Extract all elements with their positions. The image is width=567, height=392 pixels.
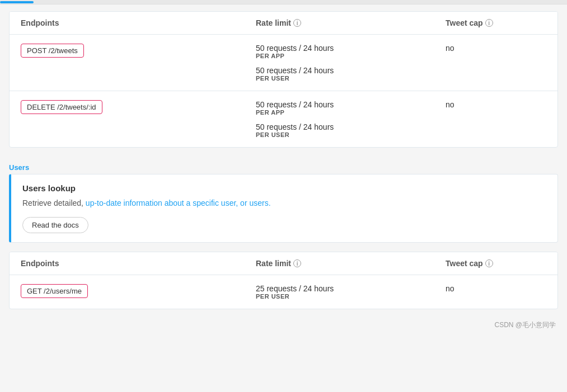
tweets-table-header: Endpoints Rate limit i Tweet cap i <box>10 12 557 35</box>
get-users-me-badge[interactable]: GET /2/users/me <box>21 284 88 298</box>
row1-endpoint-cell: POST /2/tweets <box>21 44 256 58</box>
row1-rate-entry-0: 50 requests / 24 hours PER APP <box>256 44 446 59</box>
table-row: POST /2/tweets 50 requests / 24 hours PE… <box>10 35 557 91</box>
ratelimit-info-icon[interactable]: i <box>293 19 301 27</box>
row1-rate-block: 50 requests / 24 hours PER APP 50 reques… <box>256 44 446 82</box>
tweets-col-endpoints-header: Endpoints <box>21 18 256 27</box>
users-desc-link[interactable]: up-to-date information about a specific … <box>86 199 271 207</box>
row2-ratelimit-cell: 50 requests / 24 hours PER APP 50 reques… <box>256 100 446 138</box>
users-row1-endpoint-cell: GET /2/users/me <box>21 284 256 298</box>
users-col-endpoints-header: Endpoints <box>21 259 256 268</box>
users-row1-ratelimit-cell: 25 requests / 24 hours PER USER <box>256 284 446 300</box>
users-col-tweetcap-header: Tweet cap i <box>446 259 546 268</box>
row1-rate-value-1: 50 requests / 24 hours <box>256 66 446 75</box>
table-row: GET /2/users/me 25 requests / 24 hours P… <box>10 275 557 309</box>
row2-endpoint-cell: DELETE /2/tweets/:id <box>21 100 256 114</box>
users-tweetcap-label: Tweet cap <box>446 259 483 268</box>
users-tweetcap-info-icon[interactable]: i <box>485 259 493 267</box>
row2-tweetcap-cell: no <box>446 100 546 109</box>
users-row1-rate-label-0: PER USER <box>256 293 446 300</box>
row1-tweetcap-cell: no <box>446 44 546 53</box>
row2-rate-label-1: PER USER <box>256 131 446 138</box>
users-endpoints-label: Endpoints <box>21 259 59 268</box>
tweets-ratelimit-label: Rate limit <box>256 18 291 27</box>
users-info-desc: Retrieve detailed, up-to-date informatio… <box>22 197 546 209</box>
users-table-header: Endpoints Rate limit i Tweet cap i <box>10 252 557 275</box>
users-desc-prefix: Retrieve detailed, <box>22 199 86 207</box>
users-ratelimit-info-icon[interactable]: i <box>293 259 301 267</box>
row1-rate-label-0: PER APP <box>256 53 446 59</box>
tweets-col-ratelimit-header: Rate limit i <box>256 18 446 27</box>
users-row1-rate-value-0: 25 requests / 24 hours <box>256 284 446 293</box>
row2-rate-block: 50 requests / 24 hours PER APP 50 reques… <box>256 100 446 138</box>
row2-rate-value-1: 50 requests / 24 hours <box>256 122 446 131</box>
tweets-col-tweetcap-header: Tweet cap i <box>446 18 546 27</box>
users-section-label: Users <box>0 157 567 174</box>
users-section-card: Endpoints Rate limit i Tweet cap i GET /… <box>9 252 558 309</box>
row2-rate-entry-0: 50 requests / 24 hours PER APP <box>256 100 446 116</box>
scroll-thumb <box>0 1 34 3</box>
users-info-title: Users lookup <box>22 183 546 193</box>
users-row1-tweetcap-value: no <box>446 284 454 293</box>
row1-tweetcap-value: no <box>446 44 454 53</box>
table-row: DELETE /2/tweets/:id 50 requests / 24 ho… <box>10 91 557 147</box>
scroll-top-bar <box>0 0 567 4</box>
users-row1-rate-entry-0: 25 requests / 24 hours PER USER <box>256 284 446 300</box>
tweets-section-card: Endpoints Rate limit i Tweet cap i POST … <box>9 11 558 148</box>
delete-tweets-badge[interactable]: DELETE /2/tweets/:id <box>21 100 102 114</box>
users-row1-rate-block: 25 requests / 24 hours PER USER <box>256 284 446 300</box>
watermark: CSDN @毛小意同学 <box>0 318 567 334</box>
row2-rate-label-0: PER APP <box>256 109 446 116</box>
row1-rate-entry-1: 50 requests / 24 hours PER USER <box>256 66 446 82</box>
post-tweets-badge[interactable]: POST /2/tweets <box>21 44 84 58</box>
users-row1-tweetcap-cell: no <box>446 284 546 293</box>
row2-tweetcap-value: no <box>446 100 454 109</box>
page-wrapper: Endpoints Rate limit i Tweet cap i POST … <box>0 0 567 334</box>
row1-ratelimit-cell: 50 requests / 24 hours PER APP 50 reques… <box>256 44 446 82</box>
users-info-card: Users lookup Retrieve detailed, up-to-da… <box>9 174 558 243</box>
row2-rate-value-0: 50 requests / 24 hours <box>256 100 446 109</box>
users-ratelimit-label: Rate limit <box>256 259 291 268</box>
row2-rate-entry-1: 50 requests / 24 hours PER USER <box>256 122 446 138</box>
tweetcap-info-icon[interactable]: i <box>485 19 493 27</box>
tweets-endpoints-label: Endpoints <box>21 18 59 27</box>
row1-rate-value-0: 50 requests / 24 hours <box>256 44 446 53</box>
row1-rate-label-1: PER USER <box>256 75 446 82</box>
users-col-ratelimit-header: Rate limit i <box>256 259 446 268</box>
read-docs-button[interactable]: Read the docs <box>22 217 88 233</box>
tweets-tweetcap-label: Tweet cap <box>446 18 483 27</box>
